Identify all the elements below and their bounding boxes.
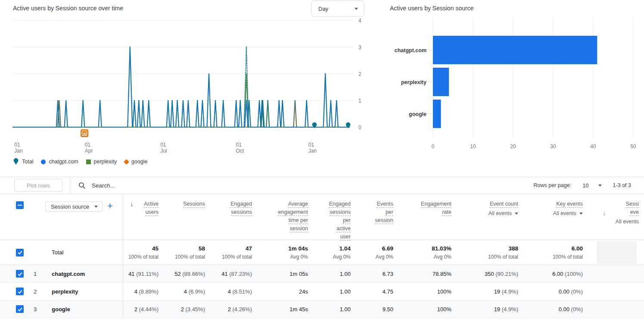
svg-text:2: 2 xyxy=(358,71,361,77)
metric-percent: (3.45%) xyxy=(184,306,205,313)
metric-cell: 1.00 xyxy=(313,288,356,295)
bar-category-label: perplexity xyxy=(401,79,426,85)
legend-item-google[interactable]: google xyxy=(124,159,148,165)
metric-percent: (0%) xyxy=(569,288,583,295)
legend-item-chatgpt-com[interactable]: chatgpt.com xyxy=(41,159,78,165)
metric-value: 41 xyxy=(221,271,227,277)
header-label: Average engagement time per session xyxy=(278,201,308,231)
table-row-chatgpt-com[interactable]: 1chatgpt.com41 (91.11%)52 (89.66%)41 (87… xyxy=(0,265,644,283)
header-subfilter[interactable]: All events xyxy=(539,209,583,218)
header-label: eve xyxy=(630,209,639,215)
svg-text:0: 0 xyxy=(432,144,435,150)
metric-cell: 0.00 (0%) xyxy=(523,288,588,295)
dimension-select[interactable]: Session source xyxy=(45,201,103,212)
header-label: Sessions xyxy=(183,201,205,207)
metric-percent: (6.9%) xyxy=(187,288,205,295)
subfilter-value: All events xyxy=(553,209,576,218)
row-dimension-value: perplexity xyxy=(41,283,123,300)
legend-label: chatgpt.com xyxy=(49,159,78,165)
header-subfilter[interactable]: All events xyxy=(604,218,639,226)
metric-cell: 2 (4.44%) xyxy=(123,306,164,313)
metric-percent: (90.21%) xyxy=(494,271,518,277)
granularity-select[interactable]: Day xyxy=(311,0,364,17)
metric-cell: 78.85% xyxy=(398,271,457,277)
header-subfilter[interactable]: All events xyxy=(472,209,518,218)
row-checkbox-google[interactable] xyxy=(16,305,24,313)
total-subvalue: 100% of total xyxy=(164,254,205,260)
table-row-perplexity[interactable]: 2perplexity4 (8.89%)4 (6.9%)4 (8.51%)24s… xyxy=(0,283,644,300)
header-average-engagement-time-per-session[interactable]: Average engagement time per session xyxy=(257,194,313,241)
rows-per-page-select[interactable]: 10 xyxy=(582,182,601,189)
time-series-chart: 0123401Jan01Apr01Jul01Oct01Jan xyxy=(0,17,370,159)
table-row-google[interactable]: 3google2 (4.44%)2 (3.45%)2 (4.26%)1m 45s… xyxy=(0,300,644,318)
row-index: 2 xyxy=(24,288,41,295)
header-engagement-rate[interactable]: Engagement rate xyxy=(398,194,457,241)
series-chatgpt-com xyxy=(13,47,350,127)
legend-item-total[interactable]: Total xyxy=(13,158,33,166)
chevron-down-icon xyxy=(598,184,602,187)
rows-per-page-value: 10 xyxy=(582,182,588,189)
total-metric-cell: 47100% of total xyxy=(210,240,257,265)
svg-text:3: 3 xyxy=(358,44,361,50)
sort-arrow-icon[interactable]: ↓ xyxy=(603,209,606,217)
header-label: Engagement rate xyxy=(421,201,451,215)
row-checkbox-total[interactable] xyxy=(16,249,24,256)
header-label: Engaged sessions xyxy=(230,201,252,215)
search-field[interactable]: Search... xyxy=(70,177,534,194)
check-icon xyxy=(17,306,23,312)
row-checkbox-perplexity[interactable] xyxy=(16,288,24,295)
total-metric-cell: 388100% of total xyxy=(457,240,523,265)
header-session-events[interactable]: ↓SessieveAll events xyxy=(588,194,644,241)
annotation-marker-icon[interactable] xyxy=(81,129,88,137)
svg-text:10: 10 xyxy=(470,144,476,150)
total-subvalue: Avg 0% xyxy=(313,254,351,260)
metric-value: 1.00 xyxy=(340,306,351,313)
legend-label: perplexity xyxy=(94,159,117,165)
header-active-users[interactable]: ↓Active users xyxy=(123,194,164,241)
select-all-checkbox[interactable] xyxy=(16,201,24,209)
metric-value: 4 xyxy=(134,288,137,295)
total-value: 1.04 xyxy=(313,245,351,252)
add-dimension-button[interactable]: + xyxy=(107,201,113,211)
row-checkbox-chatgpt-com[interactable] xyxy=(16,270,24,278)
legend-item-perplexity[interactable]: perplexity xyxy=(86,159,117,165)
chart-legend: Totalchatgpt.comperplexitygoogle xyxy=(13,158,148,166)
svg-text:Jan: Jan xyxy=(308,148,317,154)
table-header-row: Session source+↓Active usersSessionsEnga… xyxy=(0,194,644,240)
metric-value: 100% xyxy=(437,306,451,313)
bar-chart: 01020304050chatgpt.comperplexitygoogle xyxy=(383,13,644,157)
dimension-select-value: Session source xyxy=(51,203,89,210)
row-index: 3 xyxy=(24,306,41,313)
metric-value: 19 xyxy=(494,306,500,313)
metric-cell: 52 (89.66%) xyxy=(164,271,210,277)
total-metric-cell: 45100% of total xyxy=(123,240,164,265)
plot-rows-button[interactable]: Plot rows xyxy=(14,179,62,192)
pagination-range: 1-3 of 3 xyxy=(613,182,631,188)
header-events-per-session[interactable]: Events per session xyxy=(356,194,398,241)
header-sessions[interactable]: Sessions xyxy=(164,194,210,241)
svg-text:01: 01 xyxy=(236,142,242,148)
svg-text:50: 50 xyxy=(630,144,636,150)
metric-value: 6.73 xyxy=(383,271,393,277)
metric-cell: 100% xyxy=(398,288,457,295)
total-subvalue: Avg 0% xyxy=(398,254,451,260)
total-value: 6.69 xyxy=(356,245,393,252)
sort-arrow-icon[interactable]: ↓ xyxy=(130,200,134,208)
metric-value: 41 xyxy=(128,271,134,277)
total-label: Total xyxy=(41,240,123,265)
header-label: Active users xyxy=(144,201,159,215)
bar-category-label: chatgpt.com xyxy=(395,47,426,53)
svg-text:Apr: Apr xyxy=(85,148,93,154)
legend-label: google xyxy=(131,159,148,165)
rows-per-page-label: Rows per page: xyxy=(534,182,572,188)
svg-text:4: 4 xyxy=(358,18,361,24)
metric-percent: (4.26%) xyxy=(231,306,252,313)
header-event-count[interactable]: Event countAll events xyxy=(457,194,523,241)
table-body: Total45100% of total58100% of total47100… xyxy=(0,240,644,318)
header-key-events[interactable]: Key eventsAll events xyxy=(523,194,588,241)
header-engaged-sessions-per-active-user[interactable]: Engaged sessions per active user xyxy=(313,194,356,241)
header-engaged-sessions[interactable]: Engaged sessions xyxy=(210,194,257,241)
metric-percent: (91.11%) xyxy=(135,271,159,277)
metric-cell: 41 (91.11%) xyxy=(123,271,164,277)
svg-text:0: 0 xyxy=(358,125,361,131)
